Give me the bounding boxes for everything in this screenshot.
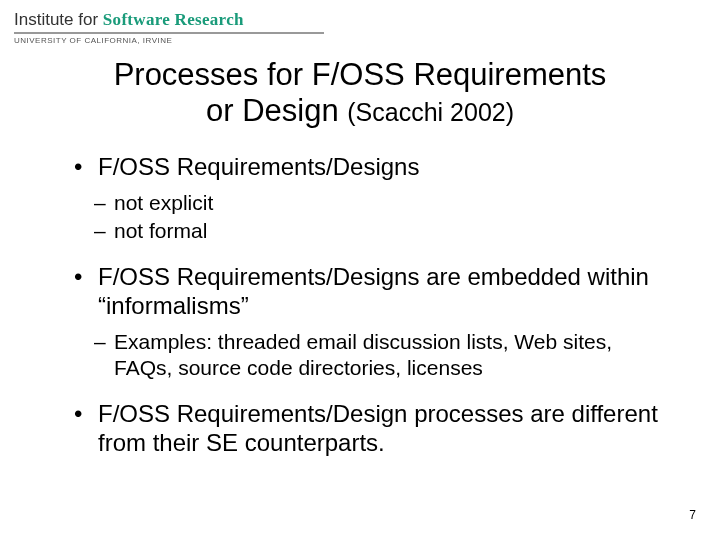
logo-divider xyxy=(14,32,324,34)
bullet-1-sublist: not explicit not formal xyxy=(60,190,660,245)
main-bullet-list: F/OSS Requirements/Designs xyxy=(60,152,660,181)
bullet-2: F/OSS Requirements/Designs are embedded … xyxy=(74,262,660,321)
page-number: 7 xyxy=(689,508,696,522)
bullet-2-text: F/OSS Requirements/Designs are embedded … xyxy=(98,263,649,319)
slide-body: Processes for F/OSS Requirements or Desi… xyxy=(0,57,720,458)
title-citation: (Scacchi 2002) xyxy=(347,98,514,126)
title-line-2-main: or Design xyxy=(206,93,347,128)
logo-subtitle: UNIVERSITY OF CALIFORNIA, IRVINE xyxy=(14,36,720,45)
bullet-1-sub-2: not formal xyxy=(94,218,660,244)
logo-emphasis: Software Research xyxy=(103,10,244,29)
bullet-2-sublist: Examples: threaded email discussion list… xyxy=(60,329,660,382)
title-line-2: or Design (Scacchi 2002) xyxy=(60,93,660,129)
bullet-3-text: F/OSS Requirements/Design processes are … xyxy=(98,400,658,456)
bullet-1-sub-1: not explicit xyxy=(94,190,660,216)
main-bullet-list-3: F/OSS Requirements/Design processes are … xyxy=(60,399,660,458)
bullet-1-text: F/OSS Requirements/Designs xyxy=(98,153,419,180)
slide-title: Processes for F/OSS Requirements or Desi… xyxy=(60,57,660,128)
institute-logo: Institute for Software Research UNIVERSI… xyxy=(0,0,720,45)
logo-title: Institute for Software Research xyxy=(14,10,720,30)
bullet-3: F/OSS Requirements/Design processes are … xyxy=(74,399,660,458)
title-line-1: Processes for F/OSS Requirements xyxy=(60,57,660,93)
bullet-1: F/OSS Requirements/Designs xyxy=(74,152,660,181)
main-bullet-list-2: F/OSS Requirements/Designs are embedded … xyxy=(60,262,660,321)
bullet-2-sub-1: Examples: threaded email discussion list… xyxy=(94,329,660,382)
logo-prefix: Institute for xyxy=(14,10,103,29)
